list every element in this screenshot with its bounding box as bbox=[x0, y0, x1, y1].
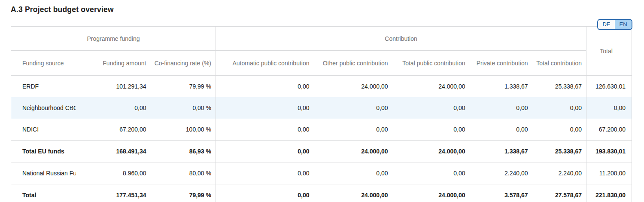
total-cell: 0,00 bbox=[586, 97, 632, 119]
amount-cell: 0,00 bbox=[314, 97, 392, 119]
amount-cell: 0,00 bbox=[216, 141, 314, 162]
funding-source-cell: National Russian Fund bbox=[11, 162, 76, 184]
table-row-neighbourhood-cbc: Neighbourhood CBC 0,00 0,00 % 0,00 0,00 … bbox=[11, 97, 632, 119]
page: A.3 Project budget overview DE EN Progra… bbox=[0, 0, 644, 202]
amount-cell: 24.000,00 bbox=[314, 184, 392, 202]
amount-cell: 8.960,00 bbox=[76, 162, 151, 184]
amount-cell: 25.338,67 bbox=[532, 76, 586, 98]
amount-cell: 0,00 bbox=[216, 76, 314, 98]
group-header-row: Programme funding Contribution Total bbox=[11, 27, 632, 51]
amount-cell: 67.200,00 bbox=[76, 119, 151, 141]
amount-cell: 177.451,34 bbox=[76, 184, 151, 202]
funding-source-cell: Neighbourhood CBC bbox=[11, 97, 76, 119]
total-cell: 126.630,01 bbox=[586, 76, 632, 98]
amount-cell: 24.000,00 bbox=[314, 76, 392, 98]
funding-source-cell: ERDF bbox=[11, 76, 76, 98]
amount-cell: 1.338,67 bbox=[470, 76, 532, 98]
group-header-contribution: Contribution bbox=[216, 27, 586, 51]
column-header-funding-amount: Funding amount bbox=[76, 51, 151, 76]
table-row-ndici: NDICI 67.200,00 100,00 % 0,00 0,00 0,00 … bbox=[11, 119, 632, 141]
column-header-cofinancing-rate: Co-financing rate (%) bbox=[151, 51, 216, 76]
amount-cell: 0,00 bbox=[392, 162, 470, 184]
amount-cell: 2.240,00 bbox=[532, 162, 586, 184]
column-header-total-public-contribution: Total public contribution bbox=[392, 51, 470, 76]
column-header-funding-source: Funding source bbox=[11, 51, 76, 76]
amount-cell: 79,99 % bbox=[151, 184, 216, 202]
amount-cell: 24.000,00 bbox=[314, 141, 392, 162]
amount-cell: 86,93 % bbox=[151, 141, 216, 162]
language-toggle: DE EN bbox=[597, 19, 632, 30]
total-cell: 221.830,00 bbox=[586, 184, 632, 202]
amount-cell: 2.240,00 bbox=[470, 162, 532, 184]
amount-cell: 24.000,00 bbox=[392, 141, 470, 162]
total-cell: 193.830,01 bbox=[586, 141, 632, 162]
amount-cell: 24.000,00 bbox=[392, 76, 470, 98]
amount-cell: 101.291,34 bbox=[76, 76, 151, 98]
column-header-row: Funding source Funding amount Co-financi… bbox=[11, 51, 632, 76]
table-row-total: Total 177.451,34 79,99 % 0,00 24.000,00 … bbox=[11, 184, 632, 202]
amount-cell: 0,00 bbox=[532, 97, 586, 119]
lang-de-button[interactable]: DE bbox=[598, 20, 615, 29]
amount-cell: 24.000,00 bbox=[392, 184, 470, 202]
table-row-national-russian-fund: National Russian Fund 8.960,00 80,00 % 0… bbox=[11, 162, 632, 184]
column-header-total: Total bbox=[586, 27, 632, 76]
amount-cell: 0,00 bbox=[216, 97, 314, 119]
amount-cell: 0,00 bbox=[216, 184, 314, 202]
amount-cell: 0,00 bbox=[314, 162, 392, 184]
amount-cell: 1.338,67 bbox=[470, 141, 532, 162]
column-header-automatic-public-contribution: Automatic public contribution bbox=[216, 51, 314, 76]
amount-cell: 100,00 % bbox=[151, 119, 216, 141]
amount-cell: 79,99 % bbox=[151, 76, 216, 98]
amount-cell: 0,00 bbox=[76, 97, 151, 119]
amount-cell: 0,00 bbox=[216, 162, 314, 184]
column-header-private-contribution: Private contribution bbox=[470, 51, 532, 76]
amount-cell: 0,00 bbox=[470, 97, 532, 119]
amount-cell: 0,00 % bbox=[151, 97, 216, 119]
amount-cell: 27.578,67 bbox=[532, 184, 586, 202]
lang-en-button[interactable]: EN bbox=[615, 20, 632, 29]
table-row-erdf: ERDF 101.291,34 79,99 % 0,00 24.000,00 2… bbox=[11, 76, 632, 98]
total-cell: 11.200,00 bbox=[586, 162, 632, 184]
funding-source-cell: NDICI bbox=[11, 119, 76, 141]
amount-cell: 80,00 % bbox=[151, 162, 216, 184]
amount-cell: 0,00 bbox=[392, 119, 470, 141]
column-header-other-public-contribution: Other public contribution bbox=[314, 51, 392, 76]
amount-cell: 168.491,34 bbox=[76, 141, 151, 162]
amount-cell: 0,00 bbox=[532, 119, 586, 141]
total-cell: 67.200,00 bbox=[586, 119, 632, 141]
amount-cell: 0,00 bbox=[314, 119, 392, 141]
amount-cell: 0,00 bbox=[216, 119, 314, 141]
amount-cell: 3.578,67 bbox=[470, 184, 532, 202]
page-title: A.3 Project budget overview bbox=[11, 5, 114, 14]
amount-cell: 0,00 bbox=[392, 97, 470, 119]
amount-cell: 25.338,67 bbox=[532, 141, 586, 162]
column-header-total-contribution: Total contribution bbox=[532, 51, 586, 76]
funding-source-cell: Total EU funds bbox=[11, 141, 76, 162]
funding-source-cell: Total bbox=[11, 184, 76, 202]
table-row-total-eu-funds: Total EU funds 168.491,34 86,93 % 0,00 2… bbox=[11, 141, 632, 162]
amount-cell: 0,00 bbox=[470, 119, 532, 141]
group-header-programme-funding: Programme funding bbox=[11, 27, 216, 51]
budget-table: Programme funding Contribution Total Fun… bbox=[11, 26, 632, 202]
